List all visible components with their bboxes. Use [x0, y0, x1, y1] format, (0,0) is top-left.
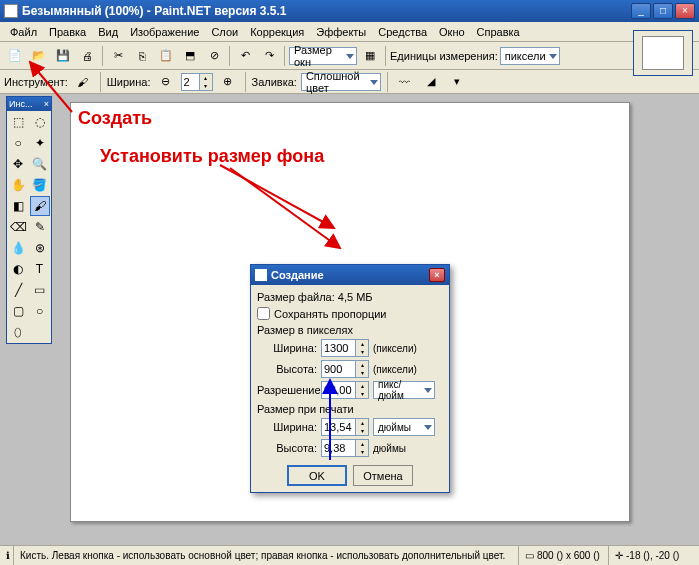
separator	[245, 72, 246, 92]
tool-pencil[interactable]: ✎	[30, 217, 50, 237]
menu-window[interactable]: Окно	[433, 24, 471, 40]
status-dimensions: ▭ 800 () x 600 ()	[519, 546, 609, 565]
menubar: Файл Правка Вид Изображение Слои Коррекц…	[0, 22, 699, 42]
units-combo[interactable]: пиксели	[500, 47, 560, 65]
status-text: Кисть. Левая кнопка - использовать основ…	[14, 546, 519, 565]
tool-ellipse-select[interactable]: ○	[8, 133, 28, 153]
fill-combo[interactable]: Сплошной цвет	[301, 73, 381, 91]
tool-rounded-rect[interactable]: ▢	[8, 301, 28, 321]
separator	[385, 46, 386, 66]
resolution-label: Разрешение:	[257, 384, 321, 396]
thumbnail	[642, 36, 684, 70]
width-input[interactable]: 1300	[321, 339, 369, 357]
toolbar-tool: Инструмент: 🖌 Ширина: ⊖ 2 ⊕ Заливка: Спл…	[0, 70, 699, 94]
close-button[interactable]: ×	[675, 3, 695, 19]
workspace: Инс...× ⬚ ◌ ○ ✦ ✥ 🔍 ✋ 🪣 ◧ 🖌 ⌫ ✎ 💧 ⊛ ◐ T …	[0, 94, 699, 545]
menu-adjust[interactable]: Коррекция	[244, 24, 310, 40]
tool-move[interactable]: ✥	[8, 154, 28, 174]
tool-shapes[interactable]: ▭	[30, 280, 50, 300]
new-button[interactable]: 📄	[4, 45, 26, 67]
tool-ellipse[interactable]: ○	[30, 301, 50, 321]
tool-freeform[interactable]: ⬯	[8, 322, 28, 342]
new-dialog: Создание × Размер файла: 4,5 МБ Сохранят…	[250, 264, 450, 493]
ok-button[interactable]: OK	[287, 465, 347, 486]
zoom-combo[interactable]: Размер окн	[289, 47, 357, 65]
width-plus-button[interactable]: ⊕	[217, 71, 239, 93]
titlebar: Безымянный (100%) - Paint.NET версия 3.5…	[0, 0, 699, 22]
tool-gradient[interactable]: ◧	[8, 196, 28, 216]
height-input[interactable]: 900	[321, 360, 369, 378]
group-print-size: Размер при печати	[257, 403, 443, 415]
minimize-button[interactable]: _	[631, 3, 651, 19]
grid-button[interactable]: ▦	[359, 45, 381, 67]
tool-wand[interactable]: ✦	[30, 133, 50, 153]
cut-button[interactable]: ✂	[107, 45, 129, 67]
tool-picker[interactable]: 💧	[8, 238, 28, 258]
height-unit: (пиксели)	[373, 364, 417, 375]
menu-view[interactable]: Вид	[92, 24, 124, 40]
menu-image[interactable]: Изображение	[124, 24, 205, 40]
close-icon[interactable]: ×	[44, 99, 49, 109]
brush-width-label: Ширина:	[107, 76, 151, 88]
tool-fill[interactable]: 🪣	[30, 175, 50, 195]
tool-clone[interactable]: ⊛	[30, 238, 50, 258]
save-button[interactable]: 💾	[52, 45, 74, 67]
units-label: Единицы измерения:	[390, 50, 498, 62]
paste-button[interactable]: 📋	[155, 45, 177, 67]
tool-recolor[interactable]: ◐	[8, 259, 28, 279]
undo-button[interactable]: ↶	[234, 45, 256, 67]
blend-button[interactable]: ▾	[446, 71, 468, 93]
thumbnail-panel[interactable]	[633, 30, 693, 76]
tool-line[interactable]: ╱	[8, 280, 28, 300]
window-title: Безымянный (100%) - Paint.NET версия 3.5…	[22, 4, 629, 18]
tools-panel-header[interactable]: Инс...×	[7, 97, 51, 111]
tool-rect-select[interactable]: ⬚	[8, 112, 28, 132]
tool-brush[interactable]: 🖌	[30, 196, 50, 216]
dialog-close-button[interactable]: ×	[429, 268, 445, 282]
width-label: Ширина:	[257, 342, 321, 354]
dialog-titlebar[interactable]: Создание ×	[251, 265, 449, 285]
group-pixel-size: Размер в пикселях	[257, 324, 443, 336]
curve-type-button[interactable]: 〰	[394, 71, 416, 93]
resolution-input[interactable]: 96,00	[321, 381, 369, 399]
redo-button[interactable]: ↷	[258, 45, 280, 67]
status-icon: ℹ	[0, 546, 14, 565]
resolution-unit-combo[interactable]: пикс/дюйм	[373, 381, 435, 399]
print-button[interactable]: 🖨	[76, 45, 98, 67]
print-height-unit: дюймы	[373, 443, 406, 454]
brush-width-input[interactable]: 2	[181, 73, 213, 91]
copy-button[interactable]: ⎘	[131, 45, 153, 67]
menu-tools[interactable]: Средства	[372, 24, 433, 40]
separator	[100, 72, 101, 92]
app-icon	[4, 4, 18, 18]
menu-effects[interactable]: Эффекты	[310, 24, 372, 40]
print-height-input[interactable]: 9,38	[321, 439, 369, 457]
tool-zoom[interactable]: 🔍	[30, 154, 50, 174]
filesize-label: Размер файла: 4,5 МБ	[257, 291, 443, 303]
crop-button[interactable]: ⬒	[179, 45, 201, 67]
tools-panel: Инс...× ⬚ ◌ ○ ✦ ✥ 🔍 ✋ 🪣 ◧ 🖌 ⌫ ✎ 💧 ⊛ ◐ T …	[6, 96, 52, 344]
width-minus-button[interactable]: ⊖	[155, 71, 177, 93]
tool-dropdown[interactable]: 🖌	[72, 71, 94, 93]
menu-file[interactable]: Файл	[4, 24, 43, 40]
menu-layers[interactable]: Слои	[205, 24, 244, 40]
menu-help[interactable]: Справка	[471, 24, 526, 40]
tool-pan[interactable]: ✋	[8, 175, 28, 195]
tool-lasso[interactable]: ◌	[30, 112, 50, 132]
tool-eraser[interactable]: ⌫	[8, 217, 28, 237]
statusbar: ℹ Кисть. Левая кнопка - использовать осн…	[0, 545, 699, 565]
deselect-button[interactable]: ⊘	[203, 45, 225, 67]
separator	[387, 72, 388, 92]
menu-edit[interactable]: Правка	[43, 24, 92, 40]
print-width-label: Ширина:	[257, 421, 321, 433]
cancel-button[interactable]: Отмена	[353, 465, 413, 486]
keep-ratio-checkbox[interactable]: Сохранять пропорции	[257, 307, 443, 320]
maximize-button[interactable]: □	[653, 3, 673, 19]
toolbar-main: 📄 📂 💾 🖨 ✂ ⎘ 📋 ⬒ ⊘ ↶ ↷ Размер окн ▦ Едини…	[0, 42, 699, 70]
print-width-input[interactable]: 13,54	[321, 418, 369, 436]
dialog-icon	[255, 269, 267, 281]
aa-button[interactable]: ◢	[420, 71, 442, 93]
open-button[interactable]: 📂	[28, 45, 50, 67]
tool-text[interactable]: T	[30, 259, 50, 279]
print-width-unit-combo[interactable]: дюймы	[373, 418, 435, 436]
